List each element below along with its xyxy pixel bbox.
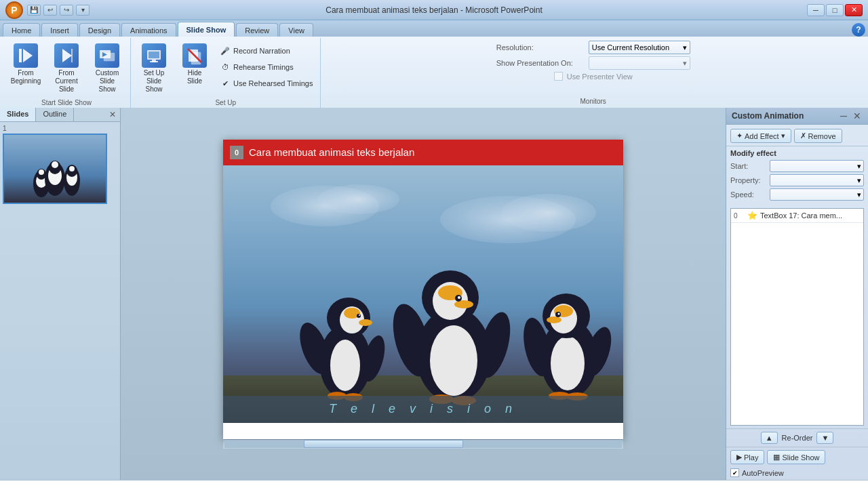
remove-button[interactable]: ✗ Remove (794, 129, 842, 143)
show-on-row: Show Presentation On: ▾ (496, 56, 690, 70)
setup-slideshow-button[interactable]: Set UpSlide Show (135, 41, 173, 96)
use-rehearsed-icon: ✔ (220, 78, 231, 89)
tab-slides[interactable]: Slides (0, 108, 36, 121)
panel-close-right-button[interactable]: ✕ (852, 110, 863, 121)
svg-point-40 (359, 314, 360, 316)
property-dropdown[interactable]: ▾ (770, 174, 864, 186)
office-logo: P (5, 1, 23, 19)
animation-controls: ✦ Add Effect ▾ ✗ Remove (726, 125, 868, 146)
record-narration-icon: 🎤 (220, 45, 231, 56)
record-narration-button[interactable]: 🎤 Record Narration (216, 43, 316, 58)
slide-title: Cara membuat animasi teks berjalan (249, 146, 414, 158)
minimize-button[interactable]: ─ (807, 4, 825, 16)
start-dropdown[interactable]: ▾ (770, 160, 864, 172)
more-icon[interactable]: ▾ (76, 5, 90, 16)
svg-point-38 (359, 319, 372, 326)
play-icon: ▶ (736, 453, 742, 462)
tab-review[interactable]: Review (236, 23, 278, 37)
svg-rect-8 (149, 52, 159, 58)
ribbon-tab-bar: Home Insert Design Animations Slide Show… (0, 20, 868, 37)
from-current-label: FromCurrent Slide (50, 69, 83, 94)
slideshow-right-button[interactable]: ▦ Slide Show (767, 450, 825, 464)
resolution-dropdown[interactable]: Use Current Resolution ▾ (589, 41, 690, 54)
svg-point-46 (430, 325, 477, 396)
left-panel: Slides Outline ✕ 1 Cara membuat animasi … (0, 108, 121, 480)
start-slideshow-group-title: Start Slide Show (41, 98, 92, 106)
slide-area: 0 Cara membuat animasi teks berjalan (121, 108, 726, 480)
scroll-thumb[interactable] (304, 440, 462, 448)
reorder-down-icon: ▼ (821, 434, 829, 442)
panel-close-button[interactable]: ✕ (105, 108, 120, 121)
resolution-label: Resolution: (496, 43, 585, 52)
slide-thumbnail-1[interactable]: Cara membuat animasi teks berjalan (3, 134, 107, 204)
reorder-down-button[interactable]: ▼ (816, 432, 833, 444)
remove-label: Remove (808, 132, 836, 140)
svg-point-39 (357, 314, 361, 318)
animation-list-item-0[interactable]: 0 ⭐ TextBox 17: Cara mem... (731, 209, 863, 223)
from-beginning-label: FromBeginning (11, 69, 41, 85)
custom-animation-header: Custom Animation ─ ✕ (726, 108, 868, 125)
play-button[interactable]: ▶ Play (730, 450, 764, 464)
reorder-up-button[interactable]: ▲ (761, 432, 778, 444)
from-beginning-icon (14, 43, 38, 68)
redo-icon[interactable]: ↪ (60, 5, 73, 16)
add-effect-button[interactable]: ✦ Add Effect ▾ (730, 129, 791, 143)
tab-home[interactable]: Home (3, 23, 40, 37)
svg-rect-0 (19, 49, 22, 62)
autopreview-label: AutoPreview (742, 469, 784, 477)
save-icon[interactable]: 💾 (27, 5, 41, 16)
scroll-track (224, 440, 622, 448)
from-current-button[interactable]: FromCurrent Slide (47, 41, 85, 96)
titlebar-left: P 💾 ↩ ↪ ▾ (5, 1, 90, 19)
tab-outline[interactable]: Outline (36, 108, 74, 121)
use-rehearsed-label: Use Rehearsed Timings (233, 79, 313, 87)
property-row: Property: ▾ (730, 174, 864, 186)
undo-icon[interactable]: ↩ (43, 5, 57, 16)
horizontal-scrollbar[interactable] (223, 439, 623, 449)
slide-num-text: 0 (235, 148, 239, 157)
bottom-controls: ▶ Play ▦ Slide Show (726, 447, 868, 467)
ribbon-group-start-slideshow: FromBeginning FromCurrent Slide (3, 38, 131, 108)
anim-item-text: TextBox 17: Cara mem... (760, 211, 842, 220)
rehearse-timings-icon: ⏱ (220, 62, 231, 73)
presenter-view-checkbox[interactable] (554, 72, 563, 81)
show-on-dropdown[interactable]: ▾ (589, 56, 690, 70)
resolution-arrow-icon: ▾ (683, 43, 687, 52)
hide-slide-button[interactable]: HideSlide (176, 41, 214, 88)
tab-view[interactable]: View (279, 23, 313, 37)
tab-insert[interactable]: Insert (41, 23, 78, 37)
slide-num-badge: 0 (230, 146, 243, 159)
maximize-button[interactable]: □ (826, 4, 844, 16)
rehearse-timings-button[interactable]: ⏱ Rehearse Timings (216, 60, 316, 75)
start-row: Start: ▾ (730, 160, 864, 172)
custom-slideshow-button[interactable]: CustomSlide Show (88, 41, 126, 96)
monitors-group-title: Monitors (580, 96, 606, 105)
use-rehearsed-button[interactable]: ✔ Use Rehearsed Timings (216, 76, 316, 91)
main-area: Slides Outline ✕ 1 Cara membuat animasi … (0, 108, 868, 480)
close-button[interactable]: ✕ (845, 4, 863, 16)
svg-point-18 (39, 169, 44, 175)
modify-title: Modify effect (730, 149, 864, 157)
ribbon-content: FromBeginning FromCurrent Slide (0, 37, 868, 108)
slide-header: 0 Cara membuat animasi teks berjalan (223, 140, 623, 165)
hide-slide-label: HideSlide (187, 69, 202, 85)
speed-dropdown[interactable]: ▾ (770, 188, 864, 201)
autopreview-checkbox[interactable]: ✔ (730, 468, 739, 477)
tab-animations[interactable]: Animations (121, 23, 176, 37)
help-button[interactable]: ? (852, 23, 865, 37)
notes-area[interactable]: Click to add notes (0, 480, 868, 488)
from-current-icon (54, 43, 79, 68)
svg-point-22 (52, 161, 58, 168)
property-arrow-icon: ▾ (857, 176, 861, 185)
play-label: Play (744, 453, 758, 462)
svg-point-52 (458, 296, 460, 299)
anim-item-icon: ⭐ (747, 211, 757, 220)
slide-container[interactable]: 0 Cara membuat animasi teks berjalan (223, 140, 623, 439)
tab-slideshow[interactable]: Slide Show (178, 22, 235, 37)
panel-pin-button[interactable]: ─ (838, 110, 849, 121)
from-beginning-button[interactable]: FromBeginning (7, 41, 45, 88)
anim-item-num: 0 (734, 212, 745, 220)
start-slideshow-buttons: FromBeginning FromCurrent Slide (7, 39, 126, 98)
tab-design[interactable]: Design (79, 23, 120, 37)
slide-image: T e l e v i s i o n (223, 165, 623, 423)
